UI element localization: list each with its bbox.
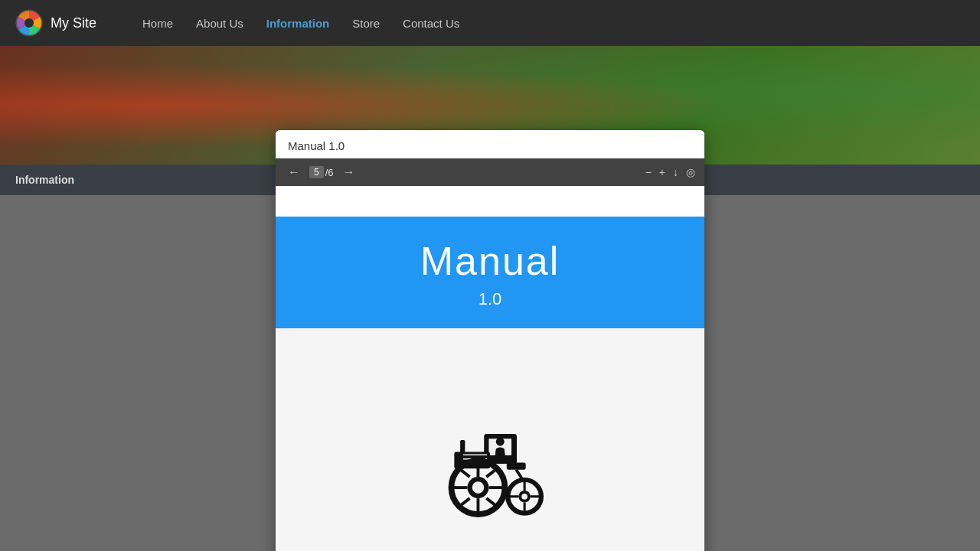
pdf-menu-icon[interactable]: ◎ <box>686 166 695 178</box>
svg-rect-28 <box>507 463 526 470</box>
pdf-page-body <box>276 328 704 551</box>
nav-store[interactable]: Store <box>352 17 380 30</box>
pdf-download-icon[interactable]: ↓ <box>673 166 678 178</box>
svg-point-23 <box>521 494 528 500</box>
nav-home[interactable]: Home <box>142 17 173 30</box>
pdf-toolbar-left: ← 5 /6 → <box>285 164 358 181</box>
svg-point-12 <box>472 481 485 494</box>
logo-icon <box>15 9 43 37</box>
pdf-manual-title: Manual <box>291 240 689 283</box>
pdf-banner: Manual 1.0 <box>276 217 704 328</box>
main-content: Manual 1.0 ← 5 /6 → − + ↓ ◎ Manual <box>0 195 980 551</box>
svg-point-1 <box>24 18 34 28</box>
nav-contact[interactable]: Contact Us <box>403 17 459 30</box>
pdf-total-pages: /6 <box>325 167 334 178</box>
pdf-toolbar: ← 5 /6 → − + ↓ ◎ <box>276 158 704 186</box>
nav-about[interactable]: About Us <box>196 17 243 30</box>
header: My Site Home About Us Information Store … <box>0 0 980 46</box>
svg-rect-6 <box>460 440 465 453</box>
pdf-zoom-in-icon[interactable]: + <box>659 166 665 178</box>
svg-line-20 <box>459 498 470 507</box>
svg-point-4 <box>496 438 505 446</box>
pdf-prev-button[interactable]: ← <box>285 164 303 181</box>
site-logo-text: My Site <box>51 15 96 31</box>
modal-title: Manual 1.0 <box>276 130 704 158</box>
nav-information[interactable]: Information <box>266 17 330 30</box>
svg-line-19 <box>486 468 497 477</box>
main-nav: Home About Us Information Store Contact … <box>142 17 459 30</box>
svg-line-18 <box>486 498 497 507</box>
svg-line-17 <box>459 468 470 477</box>
pdf-page-top <box>276 186 704 217</box>
tractor-icon <box>429 410 551 517</box>
pdf-next-button[interactable]: → <box>340 164 358 181</box>
pdf-page-indicator: 5 /6 <box>309 166 334 178</box>
sub-nav-information: Information <box>15 174 74 186</box>
pdf-toolbar-right: − + ↓ ◎ <box>645 166 695 178</box>
pdf-manual-version: 1.0 <box>291 289 689 309</box>
pdf-content: Manual 1.0 <box>276 186 704 551</box>
pdf-zoom-out-icon[interactable]: − <box>645 166 652 178</box>
logo-area: My Site <box>15 9 96 37</box>
pdf-current-page[interactable]: 5 <box>309 166 324 178</box>
pdf-modal: Manual 1.0 ← 5 /6 → − + ↓ ◎ Manual <box>276 130 704 551</box>
